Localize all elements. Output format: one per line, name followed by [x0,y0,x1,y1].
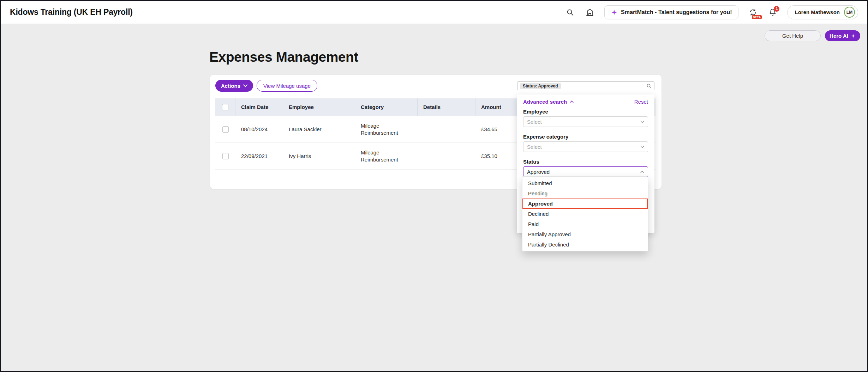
claim-date-cell: 08/10/2024 [235,116,283,142]
select-all-cell [215,98,235,116]
advanced-search-toggle[interactable]: Advanced search [523,99,574,105]
expense-category-select[interactable]: Select [523,141,648,152]
employee-cell: Laura Sackler [283,116,355,142]
status-option-submitted[interactable]: Submitted [522,178,648,188]
chevron-down-icon [640,121,644,123]
status-option-pending[interactable]: Pending [522,188,648,199]
avatar: LM [844,7,855,18]
advanced-search-header: Advanced search Reset [523,98,648,105]
actions-label: Actions [221,83,240,89]
expense-category-field-label: Expense category [523,134,648,140]
get-help-button[interactable]: Get Help [765,30,821,41]
screen: Kidows Training (UK EH Payroll) SmartMat… [0,0,868,372]
notification-badge: 1 [774,6,779,12]
notifications-bell-icon[interactable]: 1 [767,7,778,18]
advanced-search-label: Advanced search [523,99,567,105]
reset-button[interactable]: Reset [634,99,648,105]
employee-select-placeholder: Select [527,119,542,125]
expense-category-select-placeholder: Select [527,144,542,150]
status-option-approved[interactable]: Approved [522,199,648,209]
chevron-up-icon [570,100,574,103]
row-checkbox-cell [215,143,235,169]
user-name: Loren Mathewson [795,9,840,15]
employee-select[interactable]: Select [523,116,648,127]
hero-ai-button[interactable]: Hero AI [825,30,860,41]
row-checkbox-cell [215,116,235,142]
column-header-category: Category [355,98,418,116]
status-option-partially-declined[interactable]: Partially Declined [522,239,648,250]
status-option-declined[interactable]: Declined [522,209,648,219]
status-options-list: Submitted Pending Approved Declined Paid… [522,176,648,251]
organisation-icon[interactable] [585,7,595,18]
employee-field-label: Employee [523,109,648,115]
claim-date-cell: 22/09/2021 [235,143,283,169]
search-filter-chip[interactable]: Status: Approved [520,83,561,89]
app-title: Kidows Training (UK EH Payroll) [10,7,133,17]
row-checkbox[interactable] [222,153,229,159]
column-header-claim-date: Claim Date [235,98,283,116]
hero-ai-sparkle-icon [851,33,856,38]
details-cell [418,143,475,169]
category-cell: Mileage Reimbursement [355,116,418,142]
chevron-down-icon [243,84,247,87]
row-checkbox[interactable] [222,126,229,133]
search-icon [646,83,652,89]
status-select-value: Approved [527,169,550,175]
beta-badge: BETA [752,15,762,19]
status-option-paid[interactable]: Paid [522,219,648,229]
topbar-right: SmartMatch - Talent suggestions for you!… [565,5,858,19]
sparkle-icon [611,9,617,16]
chevron-up-icon [640,171,644,173]
top-header: Kidows Training (UK EH Payroll) SmartMat… [1,1,867,24]
column-header-details: Details [418,98,475,116]
smartmatch-label: SmartMatch - Talent suggestions for you! [621,9,732,16]
status-field-label: Status [523,159,648,165]
smartmatch-banner[interactable]: SmartMatch - Talent suggestions for you! [604,5,738,19]
status-select[interactable]: Approved [523,166,648,177]
category-cell: Mileage Reimbursement [355,143,418,169]
payroll-beta-icon[interactable]: BETA [748,7,758,18]
hero-ai-label: Hero AI [830,33,848,39]
actions-button[interactable]: Actions [215,80,253,92]
status-option-partially-approved[interactable]: Partially Approved [522,229,648,239]
page-title: Expenses Management [209,49,358,65]
select-all-checkbox[interactable] [222,104,228,110]
employee-cell: Ivy Harris [283,143,355,169]
search-input[interactable]: Status: Approved [517,81,654,90]
chevron-down-icon [640,146,644,148]
column-header-employee: Employee [283,98,355,116]
user-menu[interactable]: Loren Mathewson LM [787,5,858,19]
details-cell [418,116,475,142]
search-icon[interactable] [565,7,575,18]
view-mileage-usage-button[interactable]: View Mileage usage [257,80,317,92]
